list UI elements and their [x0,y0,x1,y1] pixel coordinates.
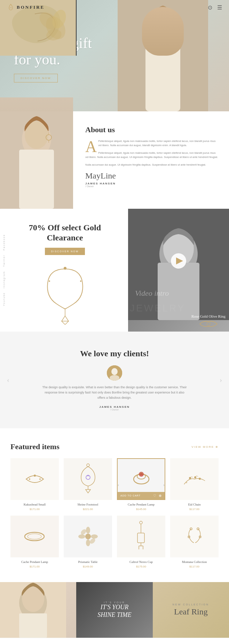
bracelet-svg [23,470,47,488]
promo-cta-button[interactable]: DISCOVER NOW [45,248,85,255]
svg-point-31 [29,478,30,480]
bottom-banners: HOT SALE IT'S YOUR IT'S YOUR [0,582,229,638]
about-body-2: Pellentesque aliquet, ligula non malesua… [85,151,219,159]
product-card: Cache Pendant Lamp $171.00 [10,516,59,568]
testimonials-section: We love my clients! The design quality i… [0,332,229,429]
carousel-next[interactable]: › [220,376,222,384]
svg-point-29 [110,375,119,381]
svg-point-61 [188,535,190,538]
about-drop-cap: A [85,141,97,153]
about-image-panel: BONFIRE [0,97,73,209]
avatar-svg [107,365,122,381]
ring-product-label: Rose Gold Olive Ring [191,314,226,330]
menu-icon[interactable]: ☰ [217,4,222,11]
product-image-6 [64,516,112,557]
featured-section: Featured items VIEW MORE ⊕ Kukus [0,428,229,582]
product-nav-next[interactable]: › [163,482,165,487]
heart-icon[interactable]: ♡ [153,494,157,498]
banner2-title: IT'S YOUR SHINE TIME [97,604,132,619]
svg-point-39 [189,477,191,479]
product-name-2: Shrine Footstool [64,503,112,506]
product-name-8: Montana Collection [170,560,219,564]
product-name-4: Eid Chain [170,503,219,506]
ring-decoration-svg [198,320,219,328]
svg-point-28 [111,368,118,375]
about-person-svg [0,111,73,209]
testimonials-title: We love my clients! [21,349,208,358]
svg-point-45 [85,534,91,539]
svg-rect-54 [137,533,144,543]
svg-rect-8 [19,150,54,209]
svg-line-13 [65,321,69,325]
svg-point-48 [78,534,85,539]
svg-point-62 [199,535,202,538]
video-thumb-svg: Video intro JEWELRY [128,209,229,320]
svg-text:JEWELRY: JEWELRY [130,303,185,313]
svg-point-30 [34,475,36,477]
product-card: Prismatic Table $149.00 [64,516,112,568]
banner3-new-label: NEW COLLECTION [173,603,209,606]
necklace2-svg [79,463,97,495]
svg-marker-11 [62,316,69,321]
product-card: Kukusbead Small $171.00 [10,458,59,511]
product-name-1: Kukusbead Small [10,503,59,506]
social-instagram[interactable]: Instagram [3,271,5,288]
product-name-5: Cache Pendant Lamp [10,560,59,564]
promo-necklace-image [42,265,88,321]
promo-video-section: Facebook Twitter Instagram Youtube 70% O… [0,209,229,332]
social-youtube[interactable]: Youtube [3,292,5,306]
view-more-link[interactable]: VIEW MORE ⊕ [191,445,219,448]
site-header: BONFIRE ⊙ ☰ [0,0,229,15]
svg-point-52 [140,521,142,524]
featured-title: Featured items [10,442,60,451]
product-nav-prev[interactable]: ‹ [118,482,119,487]
svg-point-47 [86,539,90,546]
flower-svg [78,526,98,547]
banner-shine-time: IT'S YOUR IT'S YOUR SHINE TIME [76,582,152,638]
featured-header: Featured items VIEW MORE ⊕ [10,442,219,451]
hero-cta-button[interactable]: DISCOVER NOW [14,74,58,82]
social-twitter[interactable]: Twitter [3,255,5,267]
card-action-icons: ♡ ⊕ [153,494,162,498]
carousel-prev[interactable]: ‹ [7,376,9,384]
svg-text:Video intro: Video intro [135,289,169,297]
svg-point-26 [207,322,210,326]
about-title: About us [85,125,219,134]
svg-point-32 [39,478,41,480]
social-facebook[interactable]: Facebook [3,234,5,251]
product-image-7 [117,516,165,557]
product-card: Eid Chain $117.00 [170,458,219,511]
svg-point-46 [86,527,90,534]
earring-svg [184,527,205,546]
about-body-3: Nulla accumsan dui augue. Ut dignissim f… [85,163,219,167]
pendant-svg [133,521,149,552]
svg-line-12 [62,321,65,325]
product-price-4: $117.00 [170,508,219,511]
product-name-6: Prismatic Table [64,560,112,564]
product-price-7: $175.00 [117,565,165,568]
about-owner-name: JAMES HANSEN [85,182,219,185]
product-price-2: $221.00 [64,508,112,511]
brand-name: BONFIRE [17,5,45,10]
product-image-8 [170,516,219,557]
products-grid: Kukusbead Small $171.00 Shrine Footstool [10,458,219,568]
search-icon[interactable]: ⊕ [159,494,162,498]
svg-point-15 [49,280,50,282]
footer: BONFIRE HOME ABOUT SERVICES PORTFOLIO PA… [0,638,229,644]
product-name-7: Caltrof Nereo Cup [117,560,165,564]
product-image-3: ADD TO CART ♡ ⊕ [117,458,165,500]
svg-point-42 [186,482,187,483]
logo-area: BONFIRE [7,3,45,11]
logo-icon [7,3,15,11]
about-owner-role: / Owner [85,185,219,188]
reviewer-role: / Owner [21,408,208,411]
add-to-cart-label[interactable]: ADD TO CART [120,494,141,497]
product-card-featured: ‹ › ADD TO CART ♡ ⊕ [117,458,165,511]
svg-point-14 [64,267,66,270]
video-panel: Video intro JEWELRY Rose Gold Olive Ring [128,209,229,332]
svg-point-49 [91,534,98,539]
banner3-title: Leaf Ring [173,607,209,617]
cart-icon[interactable]: ⊙ [208,4,212,11]
svg-point-40 [194,476,196,478]
banner1-svg [0,582,66,638]
